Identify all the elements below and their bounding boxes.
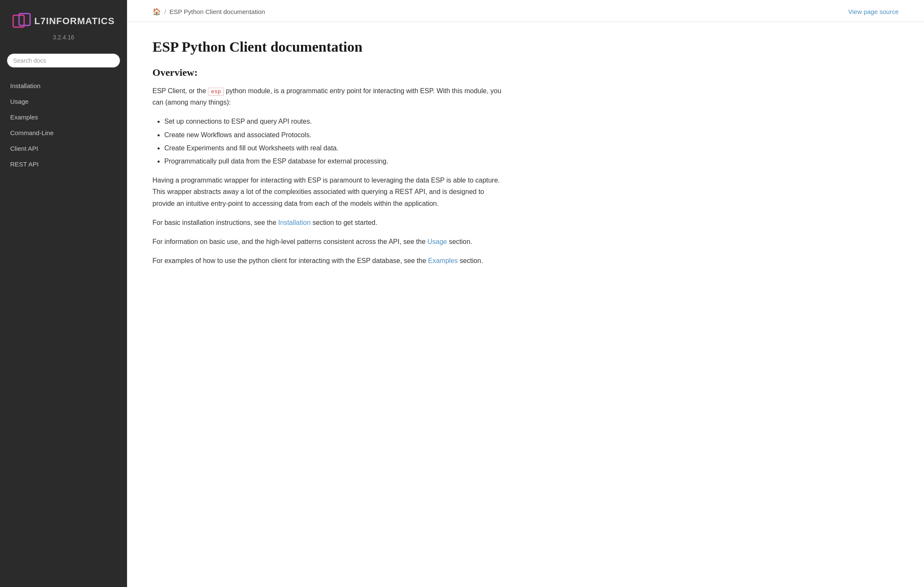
sidebar-search[interactable] [0,52,127,75]
intro-text-pre: ESP Client, or the [152,87,208,94]
sidebar-logo-area: L7INFORMATICS 3.2.4.16 [0,0,127,52]
para5-pre: For examples of how to use the python cl… [152,257,428,264]
breadcrumb-separator: / [164,8,166,15]
breadcrumb: 🏠 / ESP Python Client documentation [152,8,265,16]
top-bar: 🏠 / ESP Python Client documentation View… [127,0,924,22]
view-page-source-link[interactable]: View page source [848,8,899,15]
wrapper-paragraph: Having a programmatic wrapper for intera… [152,174,508,209]
usage-paragraph: For information on basic use, and the hi… [152,236,508,247]
intro-paragraph: ESP Client, or the esp python module, is… [152,85,508,108]
sidebar-item-client-api[interactable]: Client API [0,141,127,156]
para4-post: section. [447,238,473,245]
sidebar-nav: Installation Usage Examples Command-Line… [0,75,127,175]
list-item: Programmatically pull data from the ESP … [164,155,508,167]
page-title: ESP Python Client documentation [152,39,508,55]
breadcrumb-current: ESP Python Client documentation [169,8,265,15]
list-item: Create new Workflows and associated Prot… [164,129,508,141]
usage-link[interactable]: Usage [427,238,447,245]
list-item: Set up connections to ESP and query API … [164,116,508,127]
sidebar-item-rest-api[interactable]: REST API [0,156,127,172]
esp-code-inline: esp [208,88,224,96]
sidebar-version: 3.2.4.16 [53,34,75,41]
sidebar-item-command-line[interactable]: Command-Line [0,125,127,141]
list-item: Create Experiments and fill out Workshee… [164,142,508,154]
sidebar-item-usage[interactable]: Usage [0,94,127,109]
home-icon[interactable]: 🏠 [152,8,161,16]
installation-link[interactable]: Installation [278,219,311,226]
para5-post: section. [458,257,483,264]
sidebar-logo: L7INFORMATICS [12,12,115,30]
main-content: 🏠 / ESP Python Client documentation View… [127,0,924,587]
logo-icon [12,12,31,30]
overview-heading: Overview: [152,67,508,78]
feature-list: Set up connections to ESP and query API … [164,116,508,167]
sidebar-item-examples[interactable]: Examples [0,109,127,125]
examples-link[interactable]: Examples [428,257,458,264]
para3-pre: For basic installation instructions, see… [152,219,278,226]
page-content: ESP Python Client documentation Overview… [127,22,534,299]
search-input[interactable] [7,53,120,68]
examples-paragraph: For examples of how to use the python cl… [152,255,508,266]
para3-post: section to get started. [311,219,377,226]
sidebar-item-installation[interactable]: Installation [0,78,127,94]
para4-pre: For information on basic use, and the hi… [152,238,427,245]
sidebar: L7INFORMATICS 3.2.4.16 Installation Usag… [0,0,127,587]
installation-paragraph: For basic installation instructions, see… [152,217,508,228]
logo-text: L7INFORMATICS [34,16,115,27]
